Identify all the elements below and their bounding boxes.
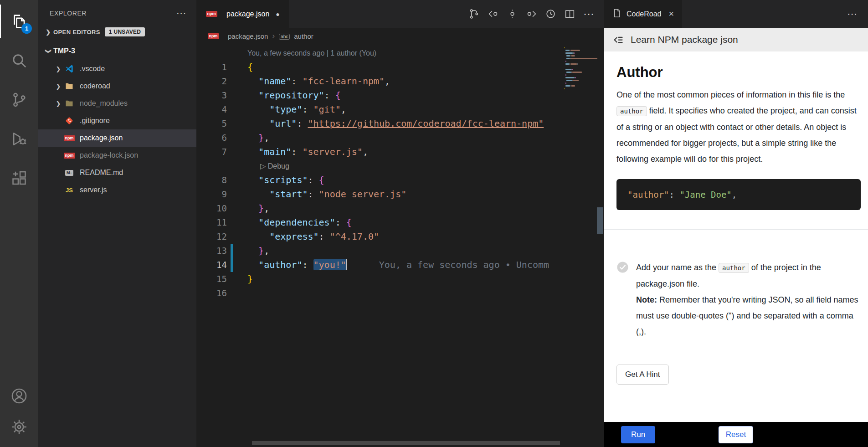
file-node-modules[interactable]: ❯node_modules: [38, 95, 196, 112]
minimap-line: [564, 88, 565, 89]
minimap-line: [573, 80, 579, 81]
get-hint-button[interactable]: Get A Hint: [616, 365, 669, 385]
open-editors-label: OPEN EDITORS: [53, 29, 100, 36]
gear-icon: [10, 418, 28, 436]
code-token: "repository": [258, 90, 324, 101]
line-number: 15: [196, 272, 227, 286]
activity-source-control[interactable]: [0, 80, 38, 119]
code-text[interactable]: },: [233, 131, 269, 145]
panel-more-icon[interactable]: ⋯: [847, 0, 868, 28]
section-paragraph: One of the most common pieces of informa…: [616, 87, 861, 167]
annotations-icon[interactable]: [505, 7, 519, 21]
minimap-line: [565, 85, 570, 87]
coderoad-footer: Run Reset: [604, 422, 868, 447]
breadcrumb-symbol[interactable]: author: [294, 32, 313, 40]
previous-change-icon[interactable]: [486, 7, 500, 21]
code-text[interactable]: }: [233, 272, 253, 286]
file-history-icon[interactable]: [544, 7, 557, 21]
more-actions-icon: ⋯: [583, 9, 594, 20]
activity-explorer[interactable]: 1: [0, 2, 38, 41]
search-icon: [10, 52, 28, 69]
code-text[interactable]: },: [233, 201, 269, 216]
code-token: ,: [363, 146, 368, 157]
file-readme-md[interactable]: M↓README.md: [38, 164, 196, 181]
minimap[interactable]: [562, 46, 596, 447]
minimap-line: [566, 80, 572, 81]
split-editor-icon[interactable]: [563, 7, 576, 21]
breadcrumb-file[interactable]: package.json: [228, 32, 268, 40]
explorer-sidebar: EXPLORER ⋯ ❯ OPEN EDITORS 1 UNSAVED ❯ TM…: [38, 0, 196, 447]
minimap-line: [580, 50, 580, 51]
blame-annotation[interactable]: You, a few seconds ago | 1 author (You): [196, 46, 604, 60]
code-token: "start": [269, 189, 308, 200]
code-text[interactable]: "dependencies": {: [233, 216, 352, 230]
account-icon: [10, 387, 28, 405]
code-token: [247, 175, 258, 185]
inline-code: author: [719, 263, 749, 273]
code-line-11: 11 "dependencies": {: [196, 216, 604, 230]
code-token: :: [297, 118, 308, 129]
code-text[interactable]: "name": "fcc-learn-npm",: [233, 74, 390, 88]
step-check-icon: [616, 261, 629, 340]
file-coderoad[interactable]: ❯coderoad: [38, 77, 196, 95]
code-token: "author": [258, 259, 302, 270]
line-number: 6: [196, 131, 227, 145]
code-text[interactable]: {: [233, 60, 253, 74]
code-text[interactable]: "main": "server.js",: [233, 145, 368, 159]
codelens-row: ▷ Debug: [196, 159, 604, 173]
activity-extensions[interactable]: [0, 159, 38, 198]
code-token: "^4.17.0": [330, 231, 379, 242]
file--gitignore[interactable]: .gitignore: [38, 112, 196, 129]
horizontal-scrollbar[interactable]: [252, 441, 560, 445]
return-to-menu-icon[interactable]: [612, 34, 624, 46]
minimap-line: [565, 50, 569, 51]
file-server-js[interactable]: JSserver.js: [38, 181, 196, 199]
minimap-line: [570, 63, 577, 65]
activity-settings[interactable]: [0, 411, 38, 442]
code-editor[interactable]: You, a few seconds ago | 1 author (You) …: [196, 44, 604, 447]
tab-coderoad[interactable]: CodeRoad ×: [604, 0, 682, 28]
activity-search[interactable]: [0, 41, 38, 80]
next-change-icon[interactable]: [524, 7, 538, 21]
file-label: .gitignore: [80, 117, 110, 125]
code-token: "scripts": [258, 175, 308, 185]
file--vscode[interactable]: ❯.vscode: [38, 60, 196, 77]
explorer-more-icon[interactable]: ⋯: [176, 8, 186, 18]
code-text[interactable]: "scripts": {: [233, 173, 324, 187]
npm-icon: npm: [205, 9, 217, 19]
more-actions-icon[interactable]: ⋯: [582, 7, 596, 21]
code-text[interactable]: "author": "you!"You, a few seconds ago •…: [233, 258, 549, 272]
file-label: package-lock.json: [80, 151, 138, 159]
open-editors-section[interactable]: ❯ OPEN EDITORS 1 UNSAVED: [38, 22, 196, 42]
code-text[interactable]: "start": "node server.js": [233, 187, 406, 201]
code-text[interactable]: [233, 286, 247, 300]
code-text[interactable]: "express": "^4.17.0": [233, 230, 379, 244]
code-text[interactable]: "type": "git",: [233, 103, 346, 117]
minimap-line: [575, 55, 575, 57]
file-package-lock-json[interactable]: npmpackage-lock.json: [38, 147, 196, 164]
reset-button[interactable]: Reset: [719, 426, 753, 443]
line-number: 10: [196, 201, 227, 216]
code-text[interactable]: },: [233, 244, 269, 258]
chevron-right-icon: ❯: [53, 66, 63, 72]
activity-run-and-debug[interactable]: [0, 119, 38, 159]
tab-package-json[interactable]: npm package.json ●: [196, 0, 289, 28]
tree-root[interactable]: ❯ TMP-3: [38, 42, 196, 60]
code-token: ,: [385, 76, 390, 87]
file-package-json[interactable]: npmpackage.json: [38, 129, 196, 147]
close-tab-icon[interactable]: ×: [669, 9, 674, 19]
code-text[interactable]: "url": "https://github.com/coderoad/fcc-…: [233, 117, 544, 131]
activity-accounts[interactable]: [0, 380, 38, 411]
code-token: {: [247, 62, 253, 72]
codelens-debug[interactable]: ▷ Debug: [233, 159, 289, 173]
code-token: ,: [341, 104, 346, 115]
code-text[interactable]: "repository": {: [233, 88, 341, 103]
tutorial-title: Learn NPM package json: [631, 34, 738, 45]
code-line-1: 1{: [196, 60, 604, 74]
minimap-line: [574, 52, 575, 54]
run-button[interactable]: Run: [621, 426, 655, 443]
git-graph-icon[interactable]: [467, 7, 481, 21]
line-number: [196, 159, 227, 173]
code-line-16: 16: [196, 286, 604, 300]
code-token: :: [319, 231, 330, 242]
